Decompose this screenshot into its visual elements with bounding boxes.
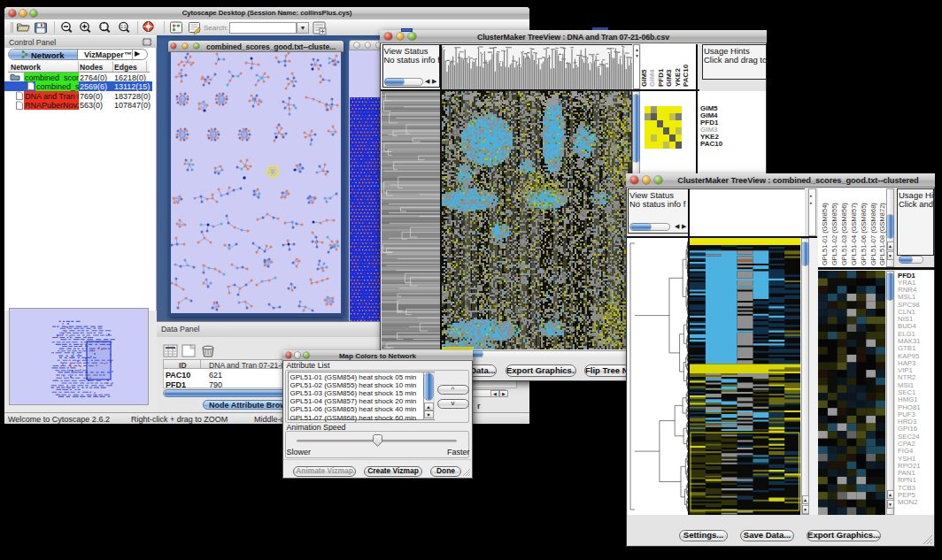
svg-text:GIM5: GIM5 bbox=[641, 69, 648, 87]
svg-text:GPL51-07 (GSM868): GPL51-07 (GSM868) bbox=[869, 203, 877, 265]
svg-text:GIM4: GIM4 bbox=[648, 69, 656, 87]
svg-text:1:1: 1:1 bbox=[120, 25, 127, 29]
svg-text:GPL51-03 (GSM856): GPL51-03 (GSM856) bbox=[840, 203, 848, 265]
svg-text:GPL51-06 (GSM865): GPL51-06 (GSM865) bbox=[860, 203, 868, 265]
svg-text:YKE2: YKE2 bbox=[674, 68, 682, 87]
svg-text:PAC10: PAC10 bbox=[682, 64, 690, 87]
svg-text:GPL51-02 (GSM855): GPL51-02 (GSM855) bbox=[830, 203, 838, 265]
svg-text:GPL51-04 (GSM857): GPL51-04 (GSM857) bbox=[850, 203, 858, 265]
svg-text:PFD1: PFD1 bbox=[657, 68, 665, 87]
svg-text:GPL51-01 (GSM854): GPL51-01 (GSM854) bbox=[821, 203, 829, 265]
svg-text:GIM3: GIM3 bbox=[665, 69, 673, 87]
